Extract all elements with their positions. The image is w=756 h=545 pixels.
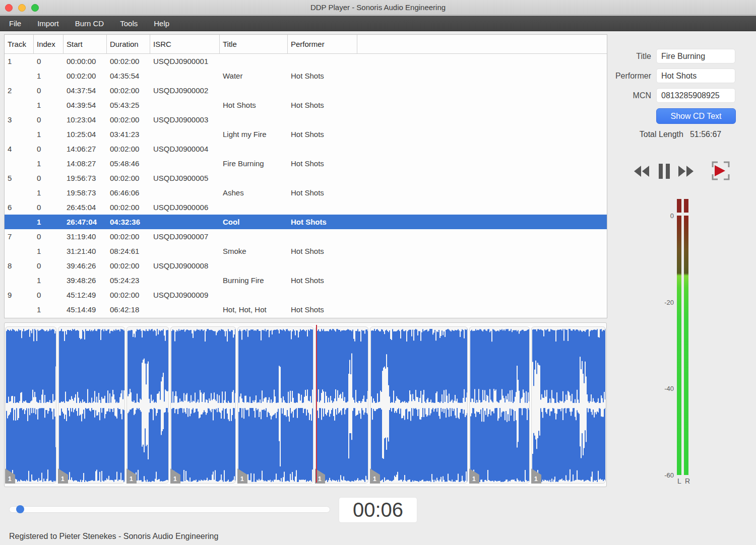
waveform-track-segment[interactable] (5, 326, 56, 484)
waveform-track-segment[interactable] (370, 326, 468, 484)
table-row[interactable]: 5019:56:7300:02:00USQDJ0900005 (5, 171, 607, 185)
meter-tick-40db: -40 (654, 385, 674, 392)
cell-start: 26:47:04 (64, 215, 107, 229)
waveform-graphic (316, 327, 368, 484)
cell-duration: 08:24:61 (107, 244, 150, 258)
column-header-title[interactable]: Title (220, 35, 288, 53)
waveform-track-segment[interactable] (531, 326, 606, 484)
cell-performer (288, 171, 357, 185)
column-header-filler (357, 35, 607, 53)
cell-start: 26:45:04 (64, 200, 107, 215)
index-marker-label: 1 (61, 475, 65, 483)
pause-button[interactable] (657, 163, 671, 181)
cell-track (5, 244, 34, 258)
play-selection-button[interactable] (710, 160, 731, 183)
cell-track: 4 (5, 142, 34, 156)
index-marker-label: 1 (130, 475, 133, 483)
cell-isrc (150, 185, 220, 200)
waveform-track-segment[interactable] (170, 326, 236, 484)
table-row[interactable]: 110:25:0403:41:23Light my FireHot Shots (5, 127, 607, 142)
table-row[interactable]: 1000:00:0000:02:00USQDJ0900001 (5, 54, 607, 69)
cell-index: 1 (34, 185, 64, 200)
cell-title: Hot Shots (220, 98, 288, 112)
waveform-graphic (532, 327, 606, 484)
column-header-isrc[interactable]: ISRC (150, 35, 220, 53)
cell-index: 0 (34, 229, 64, 244)
cell-isrc (150, 244, 220, 258)
waveform-track-segment[interactable] (237, 326, 313, 484)
meter-tick-20db: -20 (654, 298, 674, 306)
cell-title: Hot, Hot, Hot (220, 302, 288, 317)
cell-title (220, 229, 288, 244)
table-row-selected[interactable]: 126:47:0404:32:36CoolHot Shots (5, 215, 607, 229)
cell-performer: Hot Shots (288, 98, 357, 112)
table-row[interactable]: 139:48:2605:24:23Burning FireHot Shots (5, 273, 607, 288)
table-row[interactable]: 104:39:5405:43:25Hot ShotsHot Shots (5, 98, 607, 112)
performer-field-row: Performer (600, 69, 736, 83)
cell-track (5, 302, 34, 317)
cell-track: 5 (5, 171, 34, 185)
menu-burn-cd[interactable]: Burn CD (67, 16, 112, 31)
table-row[interactable]: 9045:12:4900:02:00USQDJ0900009 (5, 288, 607, 302)
title-field[interactable] (656, 49, 735, 63)
waveform-graphic (171, 327, 236, 484)
waveform-track-segment[interactable] (469, 326, 530, 484)
cell-isrc (150, 69, 220, 83)
waveform-graphic (58, 327, 125, 484)
waveform-track-segment[interactable] (127, 326, 169, 484)
performer-field[interactable] (656, 69, 735, 83)
cell-title (220, 288, 288, 302)
cell-duration: 00:02:00 (107, 200, 150, 215)
menu-file[interactable]: File (1, 16, 29, 31)
cell-isrc: USQDJ0900008 (150, 258, 220, 273)
seek-slider-track[interactable] (9, 506, 330, 513)
table-row[interactable]: 100:02:0004:35:54WaterHot Shots (5, 69, 607, 83)
title-field-row: Title (600, 49, 736, 63)
table-row[interactable]: 3010:23:0400:02:00USQDJ0900003 (5, 112, 607, 127)
cell-index: 1 (34, 156, 64, 171)
column-header-duration[interactable]: Duration (107, 35, 150, 53)
column-header-index[interactable]: Index (34, 35, 64, 53)
waveform-track-segment[interactable] (315, 326, 368, 484)
time-display: 00:06 (339, 497, 417, 523)
cell-start: 19:58:73 (64, 185, 107, 200)
table-row[interactable]: 119:58:7306:46:06AshesHot Shots (5, 185, 607, 200)
menu-tools[interactable]: Tools (112, 16, 146, 31)
clip-indicator-right (684, 199, 688, 213)
table-row[interactable]: 145:14:4906:42:18Hot, Hot, HotHot Shots (5, 302, 607, 317)
cell-duration: 05:24:23 (107, 273, 150, 288)
cell-duration: 05:48:46 (107, 156, 150, 171)
cell-title (220, 83, 288, 98)
table-row[interactable]: 8039:46:2600:02:00USQDJ0900008 (5, 258, 607, 273)
cell-index: 0 (34, 83, 64, 98)
table-row[interactable]: 114:08:2705:48:46Fire BurningHot Shots (5, 156, 607, 171)
menu-help[interactable]: Help (146, 16, 177, 31)
menu-import[interactable]: Import (29, 16, 67, 31)
title-field-label: Title (636, 49, 651, 63)
rewind-button[interactable] (633, 164, 650, 180)
column-header-track[interactable]: Track (5, 35, 34, 53)
cell-title (220, 258, 288, 273)
table-row[interactable]: 6026:45:0400:02:00USQDJ0900006 (5, 200, 607, 215)
table-row[interactable]: 7031:19:4000:02:00USQDJ0900007 (5, 229, 607, 244)
column-header-performer[interactable]: Performer (288, 35, 357, 53)
cell-duration: 00:02:00 (107, 288, 150, 302)
waveform-track-segment[interactable] (58, 326, 125, 484)
cell-track: 6 (5, 200, 34, 215)
cell-track: 1 (5, 54, 34, 69)
cell-isrc: USQDJ0900001 (150, 54, 220, 69)
cell-isrc (150, 98, 220, 112)
cell-track (5, 185, 34, 200)
seek-slider-thumb[interactable] (16, 505, 24, 513)
table-row[interactable]: 4014:06:2700:02:00USQDJ0900004 (5, 142, 607, 156)
table-row[interactable]: 131:21:4008:24:61SmokeHot Shots (5, 244, 607, 258)
table-row[interactable]: 2004:37:5400:02:00USQDJ0900002 (5, 83, 607, 98)
cell-performer (288, 142, 357, 156)
show-cd-text-button[interactable]: Show CD Text (656, 108, 736, 124)
cell-index: 1 (34, 69, 64, 83)
fast-forward-button[interactable] (677, 164, 695, 180)
cell-performer (288, 83, 357, 98)
waveform-graphic (6, 327, 56, 484)
column-header-start[interactable]: Start (64, 35, 107, 53)
mcn-field[interactable] (656, 88, 735, 103)
